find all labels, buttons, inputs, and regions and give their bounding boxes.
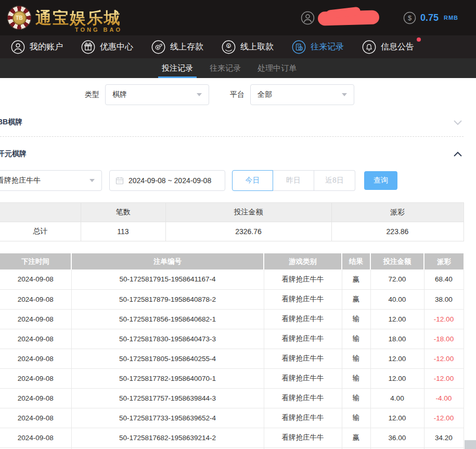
user-account-area[interactable]: [301, 11, 379, 25]
table-row: 2024-09-0850-1725817805-1958640255-4看牌抢庄…: [0, 349, 464, 368]
cell-game-type: 看牌抢庄牛牛: [264, 309, 342, 329]
bet-records-table: 下注时间 注单编号 游戏类别 结果 投注金额 派彩 2024-09-0850-1…: [0, 253, 464, 449]
header-result: 结果: [342, 253, 370, 270]
tab-processing-orders[interactable]: 处理中订单: [258, 58, 297, 78]
cell-order-id: 50-1725817830-1958640473-3: [71, 329, 264, 349]
records-icon: [292, 40, 306, 54]
username-redaction: [318, 10, 380, 25]
summary-total-row: 总计 113 2326.76 223.86: [0, 222, 464, 241]
cell-game-type: 看牌抢庄牛牛: [264, 428, 342, 447]
cell-bet-time: 2024-09-08: [0, 408, 71, 428]
cell-order-id: 50-1725817782-1958640070-1: [71, 368, 264, 388]
scrollbar-thumb[interactable]: [465, 440, 476, 449]
cell-payout: -12.00: [424, 349, 464, 368]
cell-order-id: 50-1725817757-1958639844-3: [71, 388, 264, 408]
tab-label: 投注记录: [162, 63, 193, 73]
game-select[interactable]: 看牌抢庄牛牛: [0, 170, 102, 191]
brand-logo[interactable]: TB 通宝娱乐城 TONG BAO: [7, 6, 121, 30]
nav-item-promotions[interactable]: 优惠中心: [81, 40, 133, 54]
button-label: 昨日: [286, 176, 301, 185]
chevron-down-icon: [197, 93, 202, 96]
cell-bet-amount: 12.00: [370, 408, 424, 428]
button-label: 今日: [246, 176, 260, 185]
game-select-value: 看牌抢庄牛牛: [0, 176, 41, 185]
balance-currency: RMB: [444, 15, 458, 21]
yesterday-button[interactable]: 昨日: [273, 170, 314, 191]
cell-bet-time: 2024-09-08: [0, 270, 71, 289]
cell-result: 输: [342, 388, 370, 408]
cell-game-type: 看牌抢庄牛牛: [264, 270, 342, 289]
summary-total-payout: 223.86: [331, 222, 464, 241]
nav-item-records[interactable]: 往来记录: [292, 40, 344, 54]
table-row: 2024-09-0850-1725817830-1958640473-3看牌抢庄…: [0, 329, 464, 349]
tab-label: 往来记录: [210, 63, 241, 73]
cell-payout: -12.00: [424, 368, 464, 388]
nav-item-announcements[interactable]: 信息公告: [362, 40, 414, 54]
cell-bet-time: 2024-09-08: [0, 329, 71, 349]
cell-order-id: 50-1725817805-1958640255-4: [71, 349, 264, 368]
type-select[interactable]: 棋牌: [105, 84, 209, 105]
cell-order-id: 50-1725817733-1958639652-4: [71, 408, 264, 428]
section-title: BB棋牌: [0, 118, 22, 127]
platform-filter-label: 平台: [230, 90, 245, 99]
wallet-balance-area[interactable]: $ 0.75 RMB: [403, 11, 458, 24]
table-row: 2024-09-0850-1725817757-1958639844-3看牌抢庄…: [0, 388, 464, 408]
section-kaiyuan-qipai[interactable]: 开元棋牌: [0, 148, 476, 160]
cell-bet-amount: 36.00: [370, 428, 424, 447]
nav-item-deposit[interactable]: 线上存款: [151, 40, 203, 54]
nav-label: 线上存款: [170, 42, 203, 53]
cell-order-id: 50-1725817856-1958640682-1: [71, 309, 264, 329]
date-range-input[interactable]: 2024-09-08 ~ 2024-09-08: [109, 170, 225, 191]
cell-bet-time: 2024-09-08: [0, 349, 71, 368]
poker-chip-icon: TB: [7, 6, 31, 30]
cell-bet-amount: 12.00: [370, 309, 424, 329]
tab-bet-records[interactable]: 投注记录: [162, 58, 193, 78]
cell-result: 输: [342, 329, 370, 349]
summary-header-row: 笔数 投注金额 派彩: [0, 203, 464, 222]
summary-table: 笔数 投注金额 派彩 总计 113 2326.76 223.86: [0, 202, 464, 241]
cell-game-type: 看牌抢庄牛牛: [264, 289, 342, 309]
type-filter-label: 类型: [85, 90, 99, 99]
date-shortcut-group: 今日 昨日 近8日: [232, 170, 355, 191]
platform-select-value: 全部: [258, 90, 272, 99]
nav-item-withdraw[interactable]: $ 线上取款: [222, 40, 274, 54]
cell-bet-amount: 12.00: [370, 368, 424, 388]
cell-payout: 38.00: [424, 289, 464, 309]
deposit-icon: [151, 40, 165, 54]
table-row: 2024-09-0850-1725817733-1958639652-4看牌抢庄…: [0, 408, 464, 428]
last-8-days-button[interactable]: 近8日: [314, 170, 355, 191]
header-payout: 派彩: [424, 253, 464, 270]
user-icon: [11, 40, 25, 54]
chevron-up-icon: [453, 151, 462, 157]
withdraw-icon: $: [222, 40, 236, 54]
today-button[interactable]: 今日: [232, 170, 273, 191]
cell-bet-time: 2024-09-08: [0, 309, 71, 329]
summary-total-count: 113: [81, 222, 165, 241]
user-avatar-icon: [301, 11, 315, 25]
search-button[interactable]: 查询: [364, 171, 397, 190]
cell-payout: -18.00: [424, 329, 464, 349]
tab-transaction-records[interactable]: 往来记录: [210, 58, 241, 78]
brand-title: 通宝娱乐城 TONG BAO: [35, 10, 121, 26]
summary-header-bet-amount: 投注金额: [165, 203, 331, 222]
cell-result: 赢: [342, 289, 370, 309]
cell-bet-time: 2024-09-08: [0, 368, 71, 388]
cell-game-type: 看牌抢庄牛牛: [264, 408, 342, 428]
page: TB 通宝娱乐城 TONG BAO $ 0.75: [0, 0, 476, 449]
bet-table-body: 2024-09-0850-1725817915-1958641167-4看牌抢庄…: [0, 270, 464, 449]
table-row: 2024-09-0850-1725817879-1958640878-2看牌抢庄…: [0, 289, 464, 309]
cell-game-type: 看牌抢庄牛牛: [264, 388, 342, 408]
cell-game-type: 看牌抢庄牛牛: [264, 368, 342, 388]
cell-payout: 68.40: [424, 270, 464, 289]
bell-icon: [362, 40, 376, 54]
sub-navigation: 投注记录 往来记录 处理中订单: [0, 58, 476, 78]
type-select-value: 棋牌: [112, 90, 127, 99]
button-label: 近8日: [325, 176, 344, 185]
cell-game-type: 看牌抢庄牛牛: [264, 329, 342, 349]
top-header: TB 通宝娱乐城 TONG BAO $ 0.75: [0, 0, 476, 35]
platform-select[interactable]: 全部: [250, 84, 354, 105]
section-bb-qipai[interactable]: BB棋牌: [0, 117, 476, 128]
chevron-down-icon: [89, 179, 95, 182]
date-range-value: 2024-09-08 ~ 2024-09-08: [128, 176, 211, 185]
nav-item-my-account[interactable]: 我的账户: [11, 40, 63, 54]
